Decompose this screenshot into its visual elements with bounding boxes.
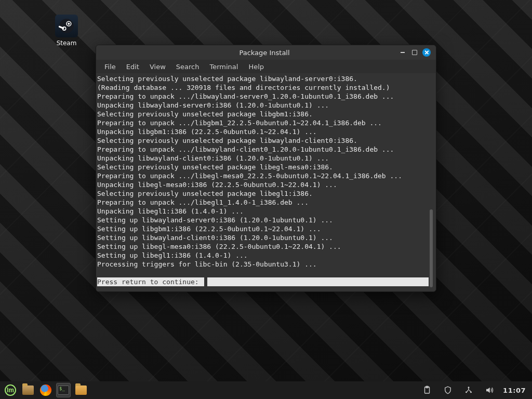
desktop-icon-label: Steam: [50, 39, 83, 47]
steam-icon: [55, 15, 78, 37]
svg-point-0: [59, 19, 74, 33]
system-tray: 11:07: [420, 383, 529, 397]
terminal-body[interactable]: Selecting previously unselected package …: [96, 73, 436, 291]
desktop-icon-steam[interactable]: Steam: [50, 15, 83, 47]
svg-point-2: [68, 23, 70, 25]
taskbar-clock[interactable]: 11:07: [503, 387, 526, 394]
tray-clipboard-icon[interactable]: [420, 383, 434, 397]
terminal-output: Selecting previously unselected package …: [97, 74, 429, 290]
prompt-cursor: [207, 277, 429, 286]
mint-logo-icon: lm: [5, 384, 16, 396]
window-close-button[interactable]: [422, 48, 431, 57]
firefox-icon: [40, 384, 51, 396]
menubar: File Edit View Search Terminal Help: [96, 60, 436, 73]
terminal-prompt[interactable]: Press return to continue:: [97, 277, 429, 286]
window-titlebar[interactable]: Package Install: [96, 45, 436, 60]
folder-icon: [22, 385, 34, 395]
folder-icon: [75, 385, 87, 395]
tray-network-icon[interactable]: [461, 383, 476, 397]
window-maximize-button[interactable]: [412, 50, 417, 55]
menu-edit[interactable]: Edit: [122, 62, 143, 72]
window-minimize-button[interactable]: [398, 48, 407, 57]
taskbar-terminal[interactable]: [56, 383, 71, 397]
window-title: Package Install: [130, 49, 398, 57]
menu-view[interactable]: View: [145, 62, 170, 72]
taskbar-show-desktop[interactable]: [21, 383, 35, 397]
tray-volume-icon[interactable]: [482, 383, 497, 397]
menu-terminal[interactable]: Terminal: [205, 62, 242, 72]
taskbar: lm 11:07: [0, 381, 532, 399]
terminal-window: Package Install File Edit View Search Te…: [96, 45, 436, 292]
svg-point-7: [466, 391, 467, 393]
start-menu-button[interactable]: lm: [3, 383, 18, 397]
menu-help[interactable]: Help: [244, 62, 268, 72]
taskbar-files[interactable]: [74, 383, 88, 397]
tray-shield-icon[interactable]: [441, 383, 455, 397]
prompt-text: Press return to continue:: [97, 277, 204, 286]
terminal-scrollbar[interactable]: [429, 74, 434, 290]
menu-file[interactable]: File: [100, 62, 120, 72]
scrollbar-thumb[interactable]: [430, 209, 433, 287]
svg-point-6: [468, 387, 470, 388]
taskbar-firefox[interactable]: [38, 383, 53, 397]
terminal-icon: [58, 385, 69, 395]
menu-search[interactable]: Search: [172, 62, 204, 72]
